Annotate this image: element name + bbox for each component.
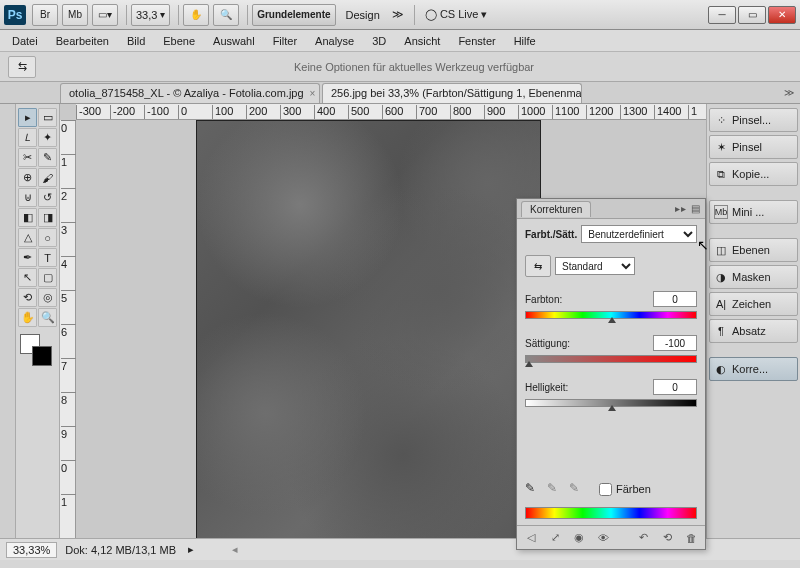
spectrum-bar[interactable]: [525, 507, 697, 519]
adjustments-icon: ◐: [714, 362, 728, 376]
hand-tool[interactable]: ✋: [18, 308, 37, 327]
type-tool[interactable]: T: [38, 248, 57, 267]
dock-absatz[interactable]: ¶Absatz: [709, 319, 798, 343]
lightness-slider[interactable]: [525, 399, 697, 409]
hue-input[interactable]: [653, 291, 697, 307]
lasso-tool[interactable]: 𝘓: [18, 128, 37, 147]
panel-tab-korrekturen[interactable]: Korrekturen: [521, 201, 591, 217]
clip-icon[interactable]: ◉: [571, 530, 587, 546]
zoom-button[interactable]: 🔍: [213, 4, 239, 26]
visibility-icon[interactable]: 👁: [595, 530, 611, 546]
menu-hilfe[interactable]: Hilfe: [506, 33, 544, 49]
hand-button[interactable]: ✋: [183, 4, 209, 26]
dock-zeichen[interactable]: A|Zeichen: [709, 292, 798, 316]
dodge-tool[interactable]: ○: [38, 228, 57, 247]
saturation-input[interactable]: [653, 335, 697, 351]
dock-korrekturen[interactable]: ◐Korre...: [709, 357, 798, 381]
crop-tool[interactable]: ✂: [18, 148, 37, 167]
trash-icon[interactable]: 🗑: [683, 530, 699, 546]
layout-button[interactable]: ▭▾: [92, 4, 118, 26]
minibridge-button[interactable]: Mb: [62, 4, 88, 26]
menu-datei[interactable]: Datei: [4, 33, 46, 49]
menu-bild[interactable]: Bild: [119, 33, 153, 49]
workspace-grundelemente[interactable]: Grundelemente: [252, 4, 335, 26]
path-tool[interactable]: ↖: [18, 268, 37, 287]
window-close[interactable]: ✕: [768, 6, 796, 24]
shape-tool[interactable]: ▢: [38, 268, 57, 287]
eyedropper-icon[interactable]: ✎: [525, 481, 541, 497]
reset-icon[interactable]: ⟲: [659, 530, 675, 546]
workspace-design[interactable]: Design: [340, 9, 386, 21]
hue-slider[interactable]: [525, 311, 697, 321]
window-minimize[interactable]: ─: [708, 6, 736, 24]
window-maximize[interactable]: ▭: [738, 6, 766, 24]
zoom-tool[interactable]: 🔍: [38, 308, 57, 327]
bridge-button[interactable]: Br: [32, 4, 58, 26]
menu-ebene[interactable]: Ebene: [155, 33, 203, 49]
menu-3d[interactable]: 3D: [364, 33, 394, 49]
brush-icon: ✶: [714, 140, 728, 154]
heal-tool[interactable]: ⊕: [18, 168, 37, 187]
color-swatches[interactable]: [18, 334, 57, 366]
menu-auswahl[interactable]: Auswahl: [205, 33, 263, 49]
menu-fenster[interactable]: Fenster: [450, 33, 503, 49]
app-logo: Ps: [4, 5, 26, 25]
panel-menu-icon[interactable]: ▸▸ ▤: [675, 203, 701, 214]
previous-icon[interactable]: ↶: [635, 530, 651, 546]
camera-tool[interactable]: ◎: [38, 288, 57, 307]
menu-filter[interactable]: Filter: [265, 33, 305, 49]
eyedropper-minus-icon[interactable]: ✎: [569, 481, 585, 497]
panel-footer: ◁ ⤢ ◉ 👁 ↶ ⟲ 🗑: [517, 525, 705, 549]
tabs-overflow[interactable]: ≫: [784, 87, 794, 98]
document-tab-1[interactable]: otolia_8715458_XL - © Azaliya - Fotolia.…: [60, 83, 320, 103]
dock-kopie[interactable]: ⧉Kopie...: [709, 162, 798, 186]
marquee-tool[interactable]: ▭: [38, 108, 57, 127]
dock-mini[interactable]: MbMini ...: [709, 200, 798, 224]
back-icon[interactable]: ◁: [523, 530, 539, 546]
colorize-checkbox[interactable]: Färben: [599, 483, 651, 496]
menu-ansicht[interactable]: Ansicht: [396, 33, 448, 49]
stamp-tool[interactable]: ⊎: [18, 188, 37, 207]
history-brush-tool[interactable]: ↺: [38, 188, 57, 207]
adjustments-panel[interactable]: Korrekturen ▸▸ ▤ Farbt./Sätt. Benutzerde…: [516, 198, 706, 550]
range-select[interactable]: Standard: [555, 257, 635, 275]
ruler-horizontal[interactable]: -300-200-1000100200300400500600700800900…: [76, 104, 706, 120]
status-doc-size[interactable]: Dok: 4,12 MB/13,1 MB: [65, 544, 176, 556]
gradient-tool[interactable]: ◨: [38, 208, 57, 227]
move-tool[interactable]: ▸: [18, 108, 37, 127]
current-tool-icon[interactable]: ⇆: [8, 56, 36, 78]
preset-select[interactable]: Benutzerdefiniert: [581, 225, 697, 243]
ruler-vertical[interactable]: 012345678901: [60, 120, 76, 538]
targeted-tool[interactable]: ⇆: [525, 255, 551, 277]
lightness-input[interactable]: [653, 379, 697, 395]
left-dock: [0, 104, 16, 538]
3d-tool[interactable]: ⟲: [18, 288, 37, 307]
layers-icon: ◫: [714, 243, 728, 257]
eyedropper-tool[interactable]: ✎: [38, 148, 57, 167]
status-zoom[interactable]: 33,33%: [6, 542, 57, 558]
saturation-slider[interactable]: [525, 355, 697, 365]
brush-presets-icon: ⁘: [714, 113, 728, 127]
eyedropper-plus-icon[interactable]: ✎: [547, 481, 563, 497]
menu-bearbeiten[interactable]: Bearbeiten: [48, 33, 117, 49]
workspace-more[interactable]: ≫: [386, 8, 410, 21]
background-color[interactable]: [32, 346, 52, 366]
pen-tool[interactable]: ✒: [18, 248, 37, 267]
expand-icon[interactable]: ⤢: [547, 530, 563, 546]
preset-label: Farbt./Sätt.: [525, 229, 577, 240]
dock-pinselvorgaben[interactable]: ⁘Pinsel...: [709, 108, 798, 132]
menu-analyse[interactable]: Analyse: [307, 33, 362, 49]
dock-pinsel[interactable]: ✶Pinsel: [709, 135, 798, 159]
eraser-tool[interactable]: ◧: [18, 208, 37, 227]
document-tab-2[interactable]: 256.jpg bei 33,3% (Farbton/Sättigung 1, …: [322, 83, 582, 103]
brush-tool[interactable]: 🖌: [38, 168, 57, 187]
dock-ebenen[interactable]: ◫Ebenen: [709, 238, 798, 262]
zoom-level[interactable]: 33,3 ▾: [131, 4, 170, 26]
wand-tool[interactable]: ✦: [38, 128, 57, 147]
cs-live[interactable]: ◯ CS Live ▾: [419, 8, 494, 21]
dock-masken[interactable]: ◑Masken: [709, 265, 798, 289]
blur-tool[interactable]: △: [18, 228, 37, 247]
document-image[interactable]: [196, 120, 541, 538]
close-icon[interactable]: ×: [310, 88, 316, 99]
panel-tab-bar: Korrekturen ▸▸ ▤: [517, 199, 705, 219]
